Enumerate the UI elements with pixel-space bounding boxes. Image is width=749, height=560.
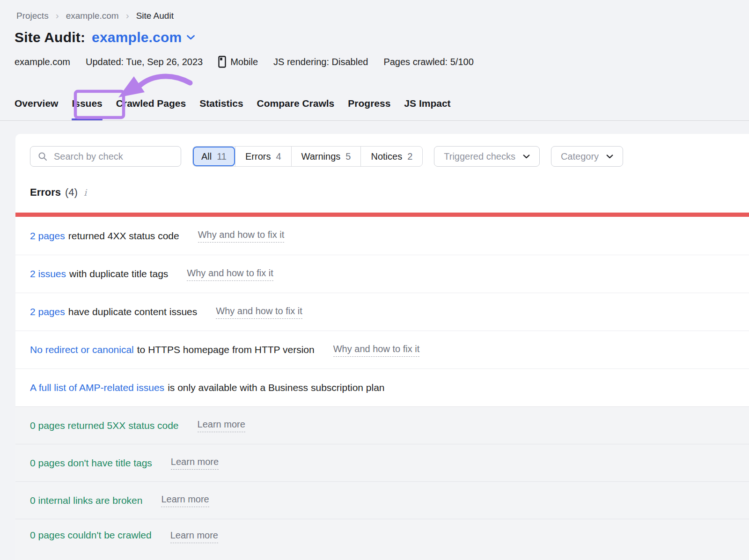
filter-errors[interactable]: Errors 4 — [235, 147, 291, 166]
issue-text: 2 pageshave duplicate content issues — [30, 306, 197, 317]
passed-check-text: 0 pages returned 5XX status code — [30, 420, 179, 431]
filter-errors-label: Errors — [245, 151, 271, 162]
breadcrumb-site-audit: Site Audit — [136, 11, 174, 21]
search-input[interactable] — [53, 151, 174, 162]
filter-notices-count: 2 — [407, 151, 412, 162]
breadcrumb-chevron-icon: › — [56, 10, 59, 22]
issue-link[interactable]: 2 issues — [30, 268, 66, 279]
meta-device-label: Mobile — [230, 57, 258, 67]
passed-check-row: 0 pages returned 5XX status code Learn m… — [15, 406, 749, 444]
page-title-prefix: Site Audit: — [15, 29, 85, 45]
issue-row: A full list of AMP-related issuesis only… — [15, 368, 749, 406]
passed-check-row: 0 pages don't have title tags Learn more — [15, 444, 749, 481]
chevron-down-icon — [186, 35, 195, 40]
issue-text: 2 pagesreturned 4XX status code — [30, 230, 179, 242]
learn-more-link[interactable]: Learn more — [170, 530, 218, 543]
triggered-checks-label: Triggered checks — [444, 151, 515, 162]
errors-section-count: (4) — [65, 186, 78, 199]
passed-check-row: 0 pages couldn't be crawled Learn more — [15, 519, 749, 560]
filter-notices[interactable]: Notices 2 — [360, 147, 422, 166]
why-how-to-fix-link[interactable]: Why and how to fix it — [216, 305, 302, 319]
issue-description: to HTTPS homepage from HTTP version — [137, 344, 315, 355]
breadcrumb-domain[interactable]: example.com — [66, 11, 119, 21]
filter-errors-count: 4 — [276, 151, 281, 162]
purple-arrow-annotation — [136, 76, 190, 89]
issue-row: 2 issueswith duplicate title tags Why an… — [15, 255, 749, 293]
issue-link[interactable]: No redirect or canonical — [30, 344, 134, 355]
breadcrumb: Projects › example.com › Site Audit — [0, 0, 749, 22]
issue-link[interactable]: A full list of AMP-related issues — [30, 382, 164, 393]
learn-more-link[interactable]: Learn more — [161, 494, 209, 507]
tab-overview[interactable]: Overview — [15, 98, 58, 109]
tab-crawled-pages[interactable]: Crawled Pages — [116, 98, 186, 109]
issue-row: 2 pageshave duplicate content issues Why… — [15, 293, 749, 331]
search-box[interactable] — [30, 146, 181, 167]
category-dropdown[interactable]: Category — [551, 146, 623, 167]
tab-statistics[interactable]: Statistics — [199, 98, 243, 109]
filter-all-label: All — [201, 151, 212, 162]
page-header: Projects › example.com › Site Audit Site… — [0, 0, 749, 121]
filter-all-count: 11 — [217, 151, 227, 162]
search-icon — [38, 152, 47, 161]
page-title: Site Audit: example.com — [0, 22, 749, 45]
mobile-phone-icon — [218, 56, 226, 68]
learn-more-link[interactable]: Learn more — [198, 419, 245, 432]
filter-notices-label: Notices — [371, 151, 402, 162]
errors-severity-bar — [15, 213, 749, 217]
issues-toolbar: All 11 Errors 4 Warnings 5 Notices 2 Tri… — [30, 146, 749, 167]
errors-section-header: Errors (4) i — [30, 186, 749, 199]
tab-issues[interactable]: Issues — [72, 98, 102, 109]
passed-check-row: 0 internal links are broken Learn more — [15, 481, 749, 519]
meta-domain: example.com — [15, 57, 70, 67]
filter-warnings-label: Warnings — [301, 151, 341, 162]
meta-device: Mobile — [218, 56, 258, 68]
issue-link[interactable]: 2 pages — [30, 306, 65, 317]
why-how-to-fix-link[interactable]: Why and how to fix it — [198, 229, 285, 243]
issue-description: returned 4XX status code — [68, 230, 179, 241]
learn-more-link[interactable]: Learn more — [171, 456, 219, 470]
passed-check-text: 0 internal links are broken — [30, 495, 142, 506]
issue-description: is only available with a Business subscr… — [168, 382, 384, 393]
issue-text: A full list of AMP-related issuesis only… — [30, 382, 385, 393]
issue-text: No redirect or canonicalto HTTPS homepag… — [30, 344, 315, 355]
passed-check-text: 0 pages couldn't be crawled — [30, 530, 152, 541]
breadcrumb-chevron-icon: › — [126, 10, 129, 22]
meta-updated: Updated: Tue, Sep 26, 2023 — [86, 57, 203, 67]
tab-js-impact[interactable]: JS Impact — [404, 98, 450, 109]
issue-link[interactable]: 2 pages — [30, 230, 65, 241]
meta-js-rendering: JS rendering: Disabled — [273, 57, 368, 67]
issues-list: 2 pagesreturned 4XX status code Why and … — [15, 217, 749, 560]
filter-warnings[interactable]: Warnings 5 — [291, 147, 361, 166]
issue-text: 2 issueswith duplicate title tags — [30, 268, 168, 280]
filter-warnings-count: 5 — [345, 151, 351, 162]
filter-all[interactable]: All 11 — [193, 147, 235, 166]
issues-panel: All 11 Errors 4 Warnings 5 Notices 2 Tri… — [15, 134, 749, 560]
chevron-down-icon — [606, 155, 613, 159]
tab-compare-crawls[interactable]: Compare Crawls — [257, 98, 335, 109]
issue-row: No redirect or canonicalto HTTPS homepag… — [15, 331, 749, 368]
tab-progress[interactable]: Progress — [348, 98, 390, 109]
audit-meta-row: example.com Updated: Tue, Sep 26, 2023 M… — [0, 45, 749, 68]
issue-row: 2 pagesreturned 4XX status code Why and … — [15, 217, 749, 255]
issue-description: with duplicate title tags — [69, 268, 168, 279]
severity-filter: All 11 Errors 4 Warnings 5 Notices 2 — [192, 146, 423, 167]
purple-arrowhead-annotation — [118, 76, 145, 97]
project-domain-label: example.com — [92, 29, 182, 45]
category-label: Category — [561, 151, 599, 162]
errors-section-title: Errors — [30, 186, 61, 199]
info-icon[interactable]: i — [84, 187, 87, 198]
triggered-checks-dropdown[interactable]: Triggered checks — [434, 146, 540, 167]
issue-description: have duplicate content issues — [68, 306, 198, 317]
tabs-bar: Overview Issues Crawled Pages Statistics… — [0, 98, 749, 121]
why-how-to-fix-link[interactable]: Why and how to fix it — [187, 267, 273, 281]
chevron-down-icon — [523, 155, 530, 159]
breadcrumb-projects[interactable]: Projects — [16, 11, 49, 21]
project-domain-selector[interactable]: example.com — [92, 29, 195, 45]
passed-check-text: 0 pages don't have title tags — [30, 457, 152, 469]
meta-pages-crawled: Pages crawled: 5/100 — [383, 57, 473, 67]
why-how-to-fix-link[interactable]: Why and how to fix it — [333, 343, 420, 357]
